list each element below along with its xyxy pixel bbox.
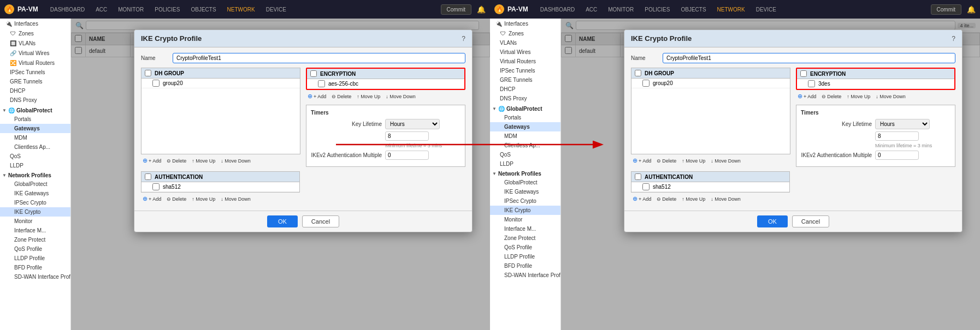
right-dhgroup-moveup[interactable]: ↑ Move Up bbox=[680, 158, 707, 164]
sidebar-virtualwires-right[interactable]: Virtual Wires bbox=[490, 47, 560, 57]
right-kl-number-input[interactable] bbox=[875, 131, 919, 141]
sidebar-gre-left[interactable]: GRE Tunnels bbox=[0, 77, 70, 86]
left-auth-check-all[interactable] bbox=[145, 173, 151, 180]
left-dhgroup-check-all[interactable] bbox=[145, 70, 151, 76]
nav-device-left[interactable]: DEVICE bbox=[262, 4, 291, 15]
sidebar-gre-right[interactable]: GRE Tunnels bbox=[490, 75, 560, 85]
left-dhgroup-row-check-0[interactable] bbox=[152, 80, 160, 87]
sidebar-np-gp-right[interactable]: GlobalProtect bbox=[490, 178, 560, 187]
right-ok-button[interactable]: OK bbox=[757, 215, 788, 227]
nav-device-right[interactable]: DEVICE bbox=[752, 4, 781, 15]
right-modal-help[interactable]: ? bbox=[952, 35, 955, 43]
sidebar-portals-left[interactable]: Portals bbox=[0, 115, 70, 124]
left-auth-delete[interactable]: ⊖ Delete bbox=[165, 196, 188, 202]
sidebar-globalprotect-group-right[interactable]: ▼ 🌐 GlobalProtect bbox=[490, 103, 560, 113]
sidebar-np-gp-left[interactable]: GlobalProtect bbox=[0, 179, 70, 189]
sidebar-portals-right[interactable]: Portals bbox=[490, 113, 560, 122]
right-enc-moveup[interactable]: ↑ Move Up bbox=[845, 93, 872, 100]
sidebar-qosprofile-left[interactable]: QoS Profile bbox=[0, 244, 70, 254]
sidebar-lldp-left[interactable]: LLDP bbox=[0, 161, 70, 170]
right-auth-movedown[interactable]: ↓ Move Down bbox=[709, 196, 742, 202]
left-auth-row-0[interactable]: sha512 bbox=[141, 182, 299, 192]
commit-button-left[interactable]: Commit bbox=[441, 4, 471, 15]
right-enc-row-0[interactable]: 3des bbox=[797, 79, 954, 89]
left-enc-moveup[interactable]: ↑ Move Up bbox=[355, 93, 382, 100]
sidebar-vlans-left[interactable]: 🔲 VLANs bbox=[0, 38, 70, 48]
sidebar-qos-left[interactable]: QoS bbox=[0, 152, 70, 161]
sidebar-ikegw-right[interactable]: IKE Gateways bbox=[490, 187, 560, 196]
sidebar-interfaces-left[interactable]: 🔌 Interfaces bbox=[0, 19, 70, 28]
left-enc-check-all[interactable] bbox=[310, 70, 317, 77]
sidebar-clientless-left[interactable]: Clientless Ap... bbox=[0, 142, 70, 152]
left-enc-delete[interactable]: ⊖ Delete bbox=[330, 93, 353, 100]
right-auth-check-all[interactable] bbox=[635, 173, 641, 180]
sidebar-gateways-left[interactable]: Gateways bbox=[0, 124, 70, 133]
sidebar-vrouters-left[interactable]: 🔀 Virtual Routers bbox=[0, 58, 70, 68]
sidebar-bfd-right[interactable]: BFD Profile bbox=[490, 261, 560, 271]
sidebar-globalprotect-group-left[interactable]: ▼ 🌐 GlobalProtect bbox=[0, 105, 70, 115]
left-enc-movedown[interactable]: ↓ Move Down bbox=[384, 93, 417, 100]
sidebar-ikegw-left[interactable]: IKE Gateways bbox=[0, 189, 70, 198]
right-dhgroup-add[interactable]: ⊕ + Add bbox=[631, 157, 653, 165]
sidebar-sdwan-left[interactable]: SD-WAN Interface Profile bbox=[0, 272, 70, 281]
left-modal-help[interactable]: ? bbox=[462, 35, 465, 43]
left-dhgroup-delete[interactable]: ⊖ Delete bbox=[165, 158, 188, 164]
left-kl-number-input[interactable] bbox=[385, 131, 429, 141]
sidebar-lldpprofile-left[interactable]: LLDP Profile bbox=[0, 254, 70, 263]
nav-objects-right[interactable]: OBJECTS bbox=[676, 4, 710, 15]
left-auth-add[interactable]: ⊕ + Add bbox=[141, 195, 163, 203]
sidebar-ipsec-left[interactable]: IPSec Tunnels bbox=[0, 68, 70, 77]
sidebar-ipseccrypto-left[interactable]: IPSec Crypto bbox=[0, 198, 70, 207]
sidebar-monitor-left[interactable]: Monitor bbox=[0, 217, 70, 226]
sidebar-vrouters-right[interactable]: Virtual Routers bbox=[490, 57, 560, 66]
sidebar-vlans-right[interactable]: VLANs bbox=[490, 38, 560, 47]
sidebar-ikecrypto-right[interactable]: IKE Crypto bbox=[490, 206, 560, 215]
sidebar-zones-left[interactable]: 🛡 Zones bbox=[0, 28, 70, 38]
bell-icon-left[interactable]: 🔔 bbox=[477, 5, 486, 14]
nav-dashboard-left[interactable]: DASHBOARD bbox=[46, 4, 89, 15]
right-dhgroup-row-check-0[interactable] bbox=[642, 80, 650, 87]
right-dhgroup-movedown[interactable]: ↓ Move Down bbox=[709, 158, 742, 164]
left-enc-row-0[interactable]: aes-256-cbc bbox=[307, 79, 464, 89]
sidebar-ipsec-right[interactable]: IPSec Tunnels bbox=[490, 66, 560, 75]
nav-dashboard-right[interactable]: DASHBOARD bbox=[536, 4, 579, 15]
left-enc-row-check-0[interactable] bbox=[318, 80, 325, 87]
sidebar-mdm-left[interactable]: MDM bbox=[0, 133, 70, 142]
nav-monitor-right[interactable]: MONITOR bbox=[604, 4, 638, 15]
right-enc-check-all[interactable] bbox=[800, 70, 807, 77]
right-enc-add[interactable]: ⊕ + Add bbox=[796, 92, 818, 100]
nav-monitor-left[interactable]: MONITOR bbox=[114, 4, 148, 15]
nav-policies-left[interactable]: POLICIES bbox=[150, 4, 184, 15]
sidebar-mdm-right[interactable]: MDM bbox=[490, 131, 560, 141]
left-auth-row-check-0[interactable] bbox=[152, 183, 160, 190]
nav-acc-left[interactable]: ACC bbox=[91, 4, 111, 15]
right-auth-moveup[interactable]: ↑ Move Up bbox=[680, 196, 707, 202]
nav-acc-right[interactable]: ACC bbox=[581, 4, 601, 15]
bell-icon-right[interactable]: 🔔 bbox=[967, 5, 976, 14]
sidebar-ikecrypto-left[interactable]: IKE Crypto bbox=[0, 207, 70, 217]
nav-network-left[interactable]: NETWORK bbox=[223, 4, 259, 15]
nav-policies-right[interactable]: POLICIES bbox=[640, 4, 674, 15]
sidebar-dnsproxy-left[interactable]: DNS Proxy bbox=[0, 95, 70, 105]
sidebar-interfaces-right[interactable]: 🔌 Interfaces bbox=[490, 19, 560, 28]
sidebar-networkprofiles-group-left[interactable]: ▼ Network Profiles bbox=[0, 170, 70, 179]
commit-button-right[interactable]: Commit bbox=[931, 4, 961, 15]
right-kl-select[interactable]: Hours Days Minutes Seconds bbox=[875, 119, 930, 129]
sidebar-qos-right[interactable]: QoS bbox=[490, 150, 560, 159]
sidebar-dnsproxy-right[interactable]: DNS Proxy bbox=[490, 94, 560, 103]
nav-network-right[interactable]: NETWORK bbox=[713, 4, 749, 15]
sidebar-lldp-right[interactable]: LLDP bbox=[490, 159, 560, 169]
right-dhgroup-row-0[interactable]: group20 bbox=[631, 79, 790, 88]
sidebar-clientless-right[interactable]: Clientless Ap... bbox=[490, 141, 560, 150]
right-auth-row-0[interactable]: sha512 bbox=[631, 182, 789, 192]
sidebar-bfd-left[interactable]: BFD Profile bbox=[0, 263, 70, 272]
right-enc-delete[interactable]: ⊖ Delete bbox=[820, 93, 843, 100]
left-enc-add[interactable]: ⊕ + Add bbox=[306, 92, 328, 100]
right-auth-delete[interactable]: ⊖ Delete bbox=[655, 196, 678, 202]
sidebar-gateways-right[interactable]: Gateways bbox=[490, 122, 560, 131]
right-enc-row-check-0[interactable] bbox=[808, 80, 815, 87]
left-ikev2-input[interactable] bbox=[385, 151, 429, 160]
left-name-input[interactable] bbox=[173, 53, 465, 63]
sidebar-monitor-right[interactable]: Monitor bbox=[490, 215, 560, 224]
right-cancel-button[interactable]: Cancel bbox=[792, 215, 829, 227]
